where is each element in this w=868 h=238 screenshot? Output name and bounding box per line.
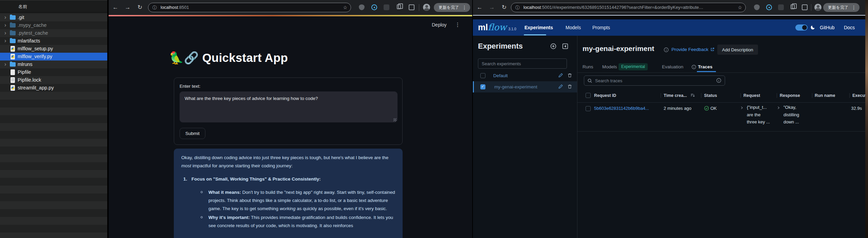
trace-row-checkbox[interactable]	[586, 106, 591, 111]
tab-evaluation[interactable]: Evaluation	[662, 63, 683, 71]
column-response[interactable]: Response	[780, 90, 800, 101]
bookmark-star-icon[interactable]: ☆	[343, 3, 347, 12]
file-row-pipfile[interactable]: Pipfile	[0, 68, 107, 76]
browser-menu-icon[interactable]: ⋮	[851, 5, 856, 10]
bookmark-star-icon[interactable]: ☆	[738, 3, 742, 12]
tab-models[interactable]: Models	[602, 63, 617, 71]
tab-runs[interactable]: Runs	[583, 63, 593, 71]
react-devtools-icon[interactable]	[371, 4, 377, 10]
name-column-header[interactable]: 名前	[18, 0, 27, 13]
column-status[interactable]: Status	[704, 90, 717, 101]
text-input-area[interactable]: What are the three key pieces of advice …	[180, 91, 398, 122]
nav-tab-experiments[interactable]: Experiments	[524, 19, 553, 36]
column-execution-time[interactable]: Execut	[852, 90, 865, 101]
file-name: .mypy_cache	[18, 21, 47, 29]
experiment-row-default[interactable]: Default	[473, 70, 577, 81]
copy-extension-icon[interactable]	[791, 4, 795, 9]
file-row-streamlit-app[interactable]: streamlit_app.py	[0, 84, 107, 92]
back-button[interactable]: ←	[476, 3, 484, 12]
github-link[interactable]: GitHub	[820, 19, 835, 36]
column-time-created[interactable]: Time crea...	[664, 90, 687, 101]
search-experiments-input[interactable]	[478, 58, 567, 69]
experiment-info-icon[interactable]	[664, 47, 669, 54]
back-button[interactable]: ←	[111, 3, 119, 12]
react-devtools-icon[interactable]	[766, 4, 772, 10]
collapse-sidebar-icon[interactable]	[562, 43, 568, 51]
browser-menu-icon[interactable]: ⋮	[462, 5, 467, 10]
reload-button[interactable]: ↻	[136, 3, 144, 12]
textarea-resize-handle[interactable]	[393, 118, 396, 121]
extension-shield-icon[interactable]	[359, 4, 365, 10]
trace-request-id-link[interactable]: 5b603e62831142b6b9ba4...	[594, 106, 649, 111]
nav-tab-prompts[interactable]: Prompts	[592, 19, 610, 36]
disclosure-chevron-icon[interactable]: ›	[4, 61, 6, 68]
column-request-id[interactable]: Request ID	[594, 90, 616, 101]
mlflow-logo[interactable]: mlflow3.1.0	[478, 22, 516, 32]
nav-tab-models[interactable]: Models	[566, 19, 581, 36]
delete-experiment-icon[interactable]	[567, 73, 572, 79]
experiment-name-link[interactable]: my-genai-experiment	[494, 81, 537, 92]
trace-response-preview[interactable]: "Okay, distilling down ...	[783, 104, 799, 126]
submit-button[interactable]: Submit	[180, 128, 205, 139]
file-row-git[interactable]: › .git	[0, 14, 107, 21]
tab-traces[interactable]: Traces	[698, 63, 713, 71]
dark-mode-toggle[interactable]	[795, 24, 808, 31]
experiment-row-my-genai-selected[interactable]: my-genai-experiment	[473, 81, 577, 92]
list-item-text: Focus on "Small, Working Things" & Pract…	[191, 175, 321, 183]
chrome-update-button[interactable]: 更新を完了 ⋮	[434, 3, 470, 12]
extension-icon[interactable]	[384, 4, 389, 10]
file-row-pytest-cache[interactable]: › .pytest_cache	[0, 29, 107, 37]
expand-response-chevron[interactable]	[776, 106, 780, 111]
disclosure-chevron-icon[interactable]: ›	[4, 14, 6, 21]
new-experiment-icon[interactable]	[550, 43, 556, 51]
site-info-icon[interactable]: ⓘ	[515, 5, 520, 11]
address-bar[interactable]: ⓘ localhost:5001/#/experiments/632689150…	[511, 3, 746, 12]
add-description-button[interactable]: Add Description	[717, 45, 758, 55]
reload-button[interactable]: ↻	[500, 3, 508, 12]
copy-extension-icon[interactable]	[397, 4, 401, 9]
disclosure-chevron-icon[interactable]: ›	[4, 29, 6, 37]
rename-experiment-icon[interactable]	[558, 73, 563, 79]
provide-feedback-link[interactable]: Provide Feedback	[671, 47, 715, 52]
experiment-name-link[interactable]: Default	[493, 70, 508, 81]
file-row-mlruns[interactable]: › mlruns	[0, 61, 107, 68]
disclosure-chevron-icon[interactable]: ›	[4, 37, 6, 45]
file-list-header[interactable]: 名前	[0, 0, 107, 13]
url-text[interactable]: localhost:5001/#/experiments/63268915015…	[523, 3, 703, 12]
column-run-name[interactable]: Run name	[815, 90, 835, 101]
extensions-puzzle-icon[interactable]	[409, 4, 414, 10]
expand-request-chevron[interactable]	[740, 106, 744, 111]
file-row-mypy-cache[interactable]: › .mypy_cache	[0, 21, 107, 29]
extension-shield-icon[interactable]	[754, 4, 760, 10]
experiment-checkbox[interactable]	[480, 73, 485, 78]
evaluation-info-icon[interactable]	[691, 65, 696, 71]
streamlit-menu-icon[interactable]: ⋮	[455, 21, 460, 29]
toolbar-separator	[811, 4, 811, 11]
column-request[interactable]: Request	[743, 90, 760, 101]
deploy-button[interactable]: Deploy	[432, 21, 447, 29]
select-all-checkbox[interactable]	[586, 93, 591, 98]
experiment-checkbox[interactable]	[480, 84, 485, 89]
forward-button[interactable]: →	[488, 3, 496, 12]
file-row-pipfile-lock[interactable]: Pipfile.lock	[0, 76, 107, 84]
search-traces-input[interactable]	[584, 75, 725, 86]
forward-button[interactable]: →	[124, 3, 132, 12]
chrome-update-button[interactable]: 更新を完了 ⋮	[823, 3, 860, 12]
disclosure-chevron-icon[interactable]: ›	[4, 21, 6, 29]
search-syntax-info-icon[interactable]	[716, 78, 721, 84]
profile-avatar[interactable]	[423, 4, 430, 11]
docs-link[interactable]: Docs	[844, 19, 855, 36]
url-text[interactable]: localhost:8501	[161, 3, 189, 12]
file-row-mlartifacts[interactable]: › mlartifacts	[0, 37, 107, 45]
trace-request-preview[interactable]: {"input_t... are the three key ...	[747, 104, 770, 126]
file-row-mlflow-setup[interactable]: mlflow_setup.py	[0, 45, 107, 53]
delete-experiment-icon[interactable]	[567, 84, 572, 90]
file-row-mlflow-verify-selected[interactable]: mlflow_verify.py	[0, 53, 107, 61]
profile-avatar[interactable]	[814, 4, 821, 11]
rename-experiment-icon[interactable]	[558, 84, 563, 90]
site-info-icon[interactable]: ⓘ	[152, 5, 157, 11]
address-bar[interactable]: ⓘ localhost:8501 ☆	[148, 3, 351, 12]
extension-icon[interactable]	[778, 4, 784, 10]
extensions-puzzle-icon[interactable]	[802, 4, 808, 10]
sort-descending-icon[interactable]	[690, 93, 695, 99]
